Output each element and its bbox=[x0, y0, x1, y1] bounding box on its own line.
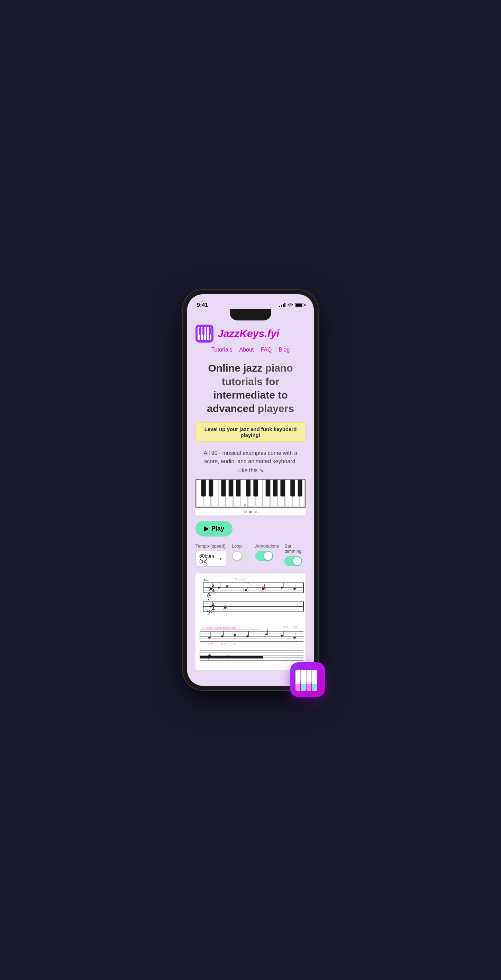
svg-point-57 bbox=[218, 586, 220, 589]
svg-rect-29 bbox=[246, 479, 250, 496]
description: All 90+ musical examples come with a sco… bbox=[195, 449, 306, 466]
svg-rect-126 bbox=[299, 670, 302, 682]
svg-line-54 bbox=[244, 581, 252, 585]
app-icon-svg bbox=[294, 667, 321, 694]
play-label: Play bbox=[211, 525, 224, 532]
signal-icon bbox=[279, 303, 286, 307]
svg-point-59 bbox=[225, 585, 228, 588]
phone-screen: 9:41 bbox=[187, 294, 314, 686]
wifi-icon bbox=[287, 303, 293, 307]
svg-point-67 bbox=[281, 586, 283, 589]
bar-dimming-label: Bar dimming bbox=[284, 543, 306, 554]
svg-rect-7 bbox=[209, 327, 211, 335]
svg-rect-27 bbox=[229, 479, 233, 496]
annotations-label: Annotations bbox=[255, 543, 279, 549]
loop-toggle[interactable] bbox=[232, 550, 250, 561]
dot-1 bbox=[244, 511, 247, 513]
svg-text:18: 18 bbox=[233, 642, 236, 645]
svg-rect-130 bbox=[301, 684, 306, 690]
svg-text:'4-5' Bluesy crunch/double-sto: '4-5' Bluesy crunch/double-stop bbox=[201, 626, 236, 630]
arrow-hint: Like this ↘ bbox=[195, 467, 306, 474]
svg-text:15/8: 15/8 bbox=[293, 626, 298, 629]
svg-text:17/4: 17/4 bbox=[221, 642, 226, 645]
svg-point-73 bbox=[224, 607, 227, 609]
nav-faq[interactable]: FAQ bbox=[260, 347, 271, 353]
play-button[interactable]: Play bbox=[195, 521, 233, 536]
loop-label: Loop bbox=[232, 543, 242, 549]
svg-text:4: 4 bbox=[212, 588, 215, 593]
svg-rect-116 bbox=[200, 656, 263, 658]
svg-rect-34 bbox=[290, 479, 295, 496]
svg-text:𝄞: 𝄞 bbox=[206, 589, 211, 600]
piano-svg bbox=[195, 479, 306, 508]
svg-rect-129 bbox=[295, 684, 300, 690]
svg-point-106 bbox=[265, 633, 268, 636]
svg-rect-6 bbox=[203, 327, 204, 335]
svg-point-108 bbox=[281, 634, 283, 637]
svg-rect-26 bbox=[221, 479, 226, 496]
toggle-knob-bar-dimming bbox=[293, 557, 302, 565]
svg-point-69 bbox=[293, 588, 296, 590]
dot-2 bbox=[249, 511, 252, 513]
svg-rect-127 bbox=[305, 670, 308, 682]
bar-dimming-toggle[interactable] bbox=[284, 556, 302, 566]
notch bbox=[230, 309, 271, 320]
toggle-knob-annotations bbox=[264, 552, 272, 560]
tempo-label: Tempo (speed) bbox=[195, 543, 226, 549]
svg-text:4: 4 bbox=[212, 607, 215, 612]
svg-rect-128 bbox=[310, 670, 313, 682]
svg-rect-5 bbox=[199, 327, 201, 335]
svg-rect-131 bbox=[306, 684, 311, 690]
navigation: Tutorials About FAQ Blog bbox=[195, 347, 306, 353]
svg-text:Ghost notes: Ghost notes bbox=[235, 578, 249, 581]
svg-point-98 bbox=[208, 636, 211, 639]
tempo-value: 80bpm (1x) bbox=[199, 553, 218, 564]
chevron-down-icon: ▼ bbox=[219, 557, 222, 561]
svg-rect-32 bbox=[273, 479, 278, 496]
svg-point-110 bbox=[293, 636, 296, 639]
svg-rect-31 bbox=[266, 479, 270, 496]
svg-text:17/4: 17/4 bbox=[208, 642, 213, 645]
header: JazzKeys.fyi bbox=[195, 325, 306, 342]
score-svg-2: '4-5' Bluesy crunch/double-stop bbox=[197, 622, 304, 666]
svg-rect-132 bbox=[312, 684, 317, 690]
play-icon bbox=[204, 526, 209, 531]
svg-point-36 bbox=[244, 503, 246, 506]
annotations-toggle[interactable] bbox=[255, 550, 273, 561]
svg-point-61 bbox=[244, 589, 247, 592]
annotations-control: Annotations bbox=[255, 543, 279, 561]
svg-rect-35 bbox=[298, 479, 302, 496]
logo-svg bbox=[197, 326, 212, 341]
svg-rect-24 bbox=[201, 479, 206, 496]
logo-icon bbox=[195, 325, 214, 342]
tempo-select[interactable]: 80bpm (1x) ▼ bbox=[195, 550, 226, 566]
svg-text:𝄢: 𝄢 bbox=[206, 609, 212, 619]
tempo-control: Tempo (speed) 80bpm (1x) ▼ bbox=[195, 543, 226, 566]
svg-rect-33 bbox=[280, 479, 285, 496]
svg-point-100 bbox=[221, 635, 223, 638]
loop-control: Loop bbox=[232, 543, 250, 561]
status-icons bbox=[279, 303, 304, 307]
highlight-banner: Level up your jazz and funk keyboard pla… bbox=[195, 422, 306, 442]
nav-about[interactable]: About bbox=[239, 347, 254, 353]
piano-dots bbox=[195, 509, 306, 515]
nav-blog[interactable]: Blog bbox=[279, 347, 290, 353]
svg-rect-30 bbox=[253, 479, 258, 496]
battery-icon bbox=[295, 303, 304, 307]
svg-point-104 bbox=[246, 635, 249, 638]
score-svg-1: B♭7 Ghost notes bbox=[197, 576, 304, 620]
status-time: 9:41 bbox=[197, 302, 208, 309]
svg-rect-25 bbox=[209, 479, 213, 496]
svg-text:B♭7: B♭7 bbox=[204, 578, 209, 581]
svg-text:15/17: 15/17 bbox=[282, 626, 288, 629]
phone-frame: 9:41 bbox=[183, 290, 318, 690]
hero-headline: Online jazz piano tutorials for intermed… bbox=[195, 361, 306, 415]
piano-keyboard bbox=[195, 479, 306, 509]
controls: Tempo (speed) 80bpm (1x) ▼ Loop Annotati… bbox=[195, 543, 306, 566]
toggle-knob bbox=[233, 552, 241, 560]
main-content: JazzKeys.fyi Tutorials About FAQ Blog On… bbox=[187, 325, 314, 686]
score-area: B♭7 Ghost notes bbox=[195, 573, 306, 670]
nav-tutorials[interactable]: Tutorials bbox=[211, 347, 233, 353]
app-icon-overlay bbox=[290, 662, 325, 697]
logo-title: JazzKeys.fyi bbox=[218, 328, 279, 339]
